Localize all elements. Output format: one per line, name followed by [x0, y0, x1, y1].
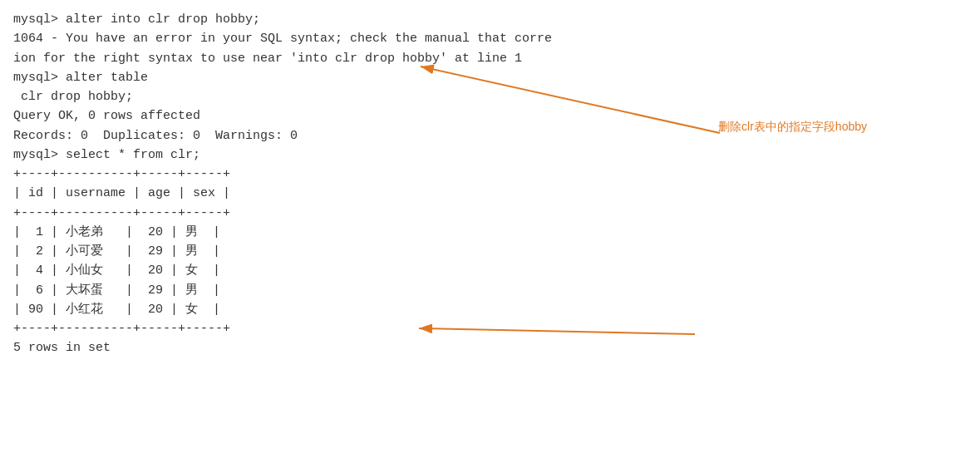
line-17: | 90 | 小红花 | 20 | 女 |	[13, 300, 967, 319]
line-5: clr drop hobby;	[13, 87, 967, 106]
line-13: | 1 | 小老弟 | 20 | 男 |	[13, 223, 967, 242]
line-11: | id | username | age | sex |	[13, 184, 967, 203]
terminal-output: mysql> alter into clr drop hobby; 1064 -…	[13, 10, 967, 358]
line-15: | 4 | 小仙女 | 20 | 女 |	[13, 261, 967, 280]
line-10: +----+----------+-----+-----+	[13, 165, 967, 184]
line-12: +----+----------+-----+-----+	[13, 204, 967, 223]
line-16: | 6 | 大坏蛋 | 29 | 男 |	[13, 281, 967, 300]
line-19: 5 rows in set	[13, 338, 967, 357]
line-1: mysql> alter into clr drop hobby;	[13, 10, 967, 29]
annotation-delete-hobby: 删除clr表中的指定字段hobby	[718, 118, 867, 136]
line-18: +----+----------+-----+-----+	[13, 319, 967, 338]
line-2: 1064 - You have an error in your SQL syn…	[13, 29, 967, 48]
line-9: mysql> select * from clr;	[13, 145, 967, 165]
line-14: | 2 | 小可爱 | 29 | 男 |	[13, 242, 967, 261]
line-4: mysql> alter table	[13, 68, 967, 87]
line-3: ion for the right syntax to use near 'in…	[13, 49, 967, 68]
